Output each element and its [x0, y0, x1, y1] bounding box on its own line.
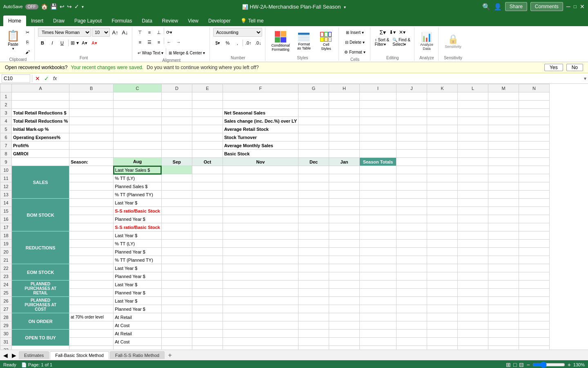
decrease-decimal-button[interactable]: .0↓	[254, 38, 263, 47]
sensitivity-button[interactable]: 🔒 Sensitivity	[442, 29, 464, 54]
analyze-data-button[interactable]: 📊 AnalyzeData	[418, 29, 436, 54]
save-icon[interactable]: 💾	[50, 3, 57, 10]
minimize-button[interactable]: ─	[566, 3, 570, 10]
col-header-M[interactable]: M	[488, 84, 519, 92]
name-box[interactable]	[2, 74, 30, 83]
col-header-D[interactable]: D	[161, 84, 192, 92]
col-header-G[interactable]: G	[298, 84, 329, 92]
underline-button[interactable]: U	[58, 38, 67, 47]
col-header-B[interactable]: B	[69, 84, 114, 92]
col-header-F[interactable]: F	[223, 84, 298, 92]
font-color-button[interactable]: A▾	[90, 38, 99, 47]
add-sheet-button[interactable]: +	[165, 351, 174, 360]
format-painter-button[interactable]: 🖌	[23, 47, 32, 56]
search-icon[interactable]: 🔍	[482, 3, 490, 11]
title-dropdown-icon[interactable]: ▾	[344, 5, 346, 9]
sort-filter-button[interactable]: ↕ Sort &Filter▾	[374, 38, 391, 47]
prev-sheet-button[interactable]: ◀	[2, 352, 9, 359]
home-icon[interactable]: 🏠	[41, 3, 48, 10]
cut-button[interactable]: ✂	[23, 28, 32, 37]
tab-insert[interactable]: Insert	[26, 16, 48, 26]
yes-button[interactable]: Yes	[544, 64, 563, 71]
cancel-formula-button[interactable]: ✕	[34, 75, 41, 82]
increase-indent-button[interactable]: →	[174, 38, 183, 47]
redo-icon[interactable]: ↪	[67, 3, 72, 10]
zoom-in-button[interactable]: +	[568, 361, 571, 368]
sheet-tab-fall-ss[interactable]: Fall-S-S Ratio Method	[110, 351, 165, 359]
zoom-slider[interactable]	[532, 361, 565, 368]
page-layout-view-button[interactable]: □	[513, 361, 517, 368]
decrease-font-button[interactable]: A↓	[120, 28, 129, 37]
col-header-N[interactable]: N	[519, 84, 550, 92]
insert-function-button[interactable]: fx	[52, 76, 58, 81]
col-header-A[interactable]: A	[12, 84, 69, 92]
align-top-button[interactable]: ⊤	[136, 28, 145, 37]
sheet-table-wrap[interactable]: A B C D E F G H I J K L M N	[0, 84, 588, 350]
tab-draw[interactable]: Draw	[48, 16, 69, 26]
number-format-select[interactable]: Accounting	[213, 28, 262, 37]
sheet-tab-fall-basic[interactable]: Fall-Basic Stock Method	[50, 351, 109, 359]
col-header-K[interactable]: K	[427, 84, 458, 92]
zoom-out-button[interactable]: −	[526, 361, 530, 368]
align-bottom-button[interactable]: ⊥	[154, 28, 163, 37]
wrap-text-button[interactable]: ↵ Wrap Text ▾	[136, 48, 165, 57]
orientation-button[interactable]: ⟳▾	[165, 28, 174, 37]
copy-button[interactable]: ⎘	[23, 38, 32, 47]
conditional-formatting-button[interactable]: ConditionalFormatting	[269, 29, 292, 54]
border-button[interactable]: ⊞ ▾	[70, 38, 79, 47]
sum-button[interactable]: Σ▾	[378, 28, 387, 37]
dropdown-icon[interactable]: ▾	[82, 4, 84, 9]
fill-color-button[interactable]: A▾	[80, 38, 89, 47]
format-table-button[interactable]: Formatas Table	[294, 29, 314, 54]
tab-developer[interactable]: Developer	[203, 16, 236, 26]
italic-button[interactable]: I	[48, 38, 57, 47]
cell-styles-button[interactable]: CellStyles	[316, 29, 336, 54]
align-center-button[interactable]: ☰	[145, 38, 154, 47]
insert-dropdown-button[interactable]: ⊞ Insert ▾	[344, 28, 366, 37]
align-left-button[interactable]: ≡	[136, 38, 145, 47]
tab-formulas[interactable]: Formulas	[107, 16, 137, 26]
align-right-button[interactable]: ≡	[154, 38, 163, 47]
tab-home[interactable]: Home	[3, 16, 26, 26]
user-icon[interactable]: 👤	[494, 3, 502, 11]
align-middle-button[interactable]: ≡	[145, 28, 154, 37]
normal-view-button[interactable]: ⊞	[506, 361, 511, 368]
expand-formula-button[interactable]: ▾	[584, 76, 586, 81]
tab-data[interactable]: Data	[137, 16, 157, 26]
currency-button[interactable]: $▾	[213, 38, 222, 47]
check-icon[interactable]: ✓	[74, 3, 79, 10]
clear-button[interactable]: ✕▾	[398, 28, 407, 37]
page-break-view-button[interactable]: ⊟	[519, 361, 524, 368]
formula-input[interactable]	[60, 74, 582, 83]
paste-button[interactable]: 📋 Paste ▾	[4, 28, 22, 56]
sheet-tab-estimates[interactable]: Estimates	[19, 351, 49, 359]
col-header-L[interactable]: L	[458, 84, 488, 92]
col-header-J[interactable]: J	[396, 84, 427, 92]
font-size-select[interactable]: 10	[92, 28, 110, 37]
bold-button[interactable]: B	[38, 38, 47, 47]
undo-icon[interactable]: ↩	[60, 3, 65, 10]
confirm-formula-button[interactable]: ✓	[43, 75, 50, 82]
col-header-C[interactable]: C	[114, 84, 162, 92]
tab-review[interactable]: Review	[157, 16, 183, 26]
increase-font-button[interactable]: A↑	[111, 28, 120, 37]
increase-decimal-button[interactable]: .0↑	[244, 38, 253, 47]
col-header-E[interactable]: E	[192, 84, 223, 92]
tab-tell-me[interactable]: 💡Tell me	[236, 16, 269, 26]
tab-page-layout[interactable]: Page Layout	[69, 16, 107, 26]
percent-button[interactable]: %	[223, 38, 232, 47]
comma-button[interactable]: ,	[233, 38, 242, 47]
tab-view[interactable]: View	[183, 16, 203, 26]
col-header-H[interactable]: H	[329, 84, 360, 92]
share-button[interactable]: Share	[505, 2, 527, 11]
format-dropdown-button[interactable]: ⚙ Format ▾	[342, 47, 367, 56]
fill-button[interactable]: ⬇▾	[388, 28, 397, 37]
next-sheet-button[interactable]: ▶	[10, 352, 18, 359]
comments-button[interactable]: Comments	[530, 2, 563, 11]
decrease-indent-button[interactable]: ←	[165, 38, 174, 47]
delete-dropdown-button[interactable]: ⊟ Delete ▾	[343, 38, 366, 47]
no-button[interactable]: No	[566, 64, 583, 71]
autosave-toggle[interactable]: OFF	[25, 4, 38, 9]
col-header-I[interactable]: I	[360, 84, 396, 92]
merge-center-button[interactable]: ⊞ Merge & Center ▾	[167, 48, 207, 57]
